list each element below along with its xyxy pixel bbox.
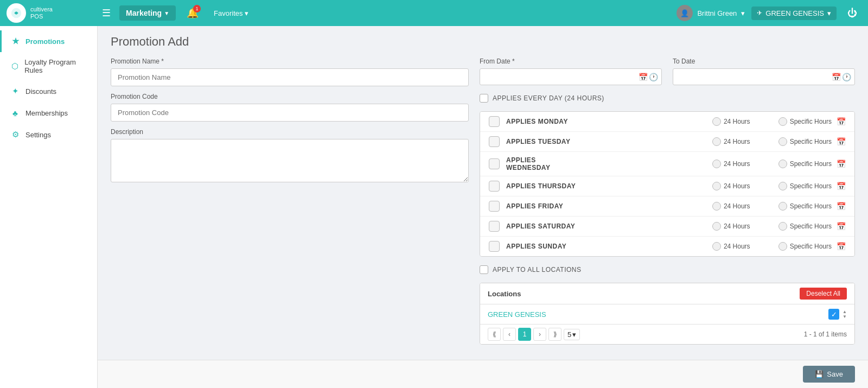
location-checkbox-green-genesis[interactable]: ✓ — [828, 309, 839, 320]
applies-every-day-checkbox[interactable] — [480, 94, 488, 103]
sunday-specific-label: Specific Hours — [790, 243, 832, 250]
wednesday-calendar-icon[interactable]: 📅 — [837, 160, 846, 168]
apply-all-locations-label: APPLY TO ALL LOCATIONS — [493, 266, 582, 273]
pagination-next[interactable]: › — [533, 328, 546, 341]
pagination-first[interactable]: ⟪ — [488, 328, 501, 341]
friday-24h-radio[interactable] — [712, 202, 721, 211]
user-menu[interactable]: 👤 Brittni Green ▾ — [676, 5, 745, 21]
tuesday-24h-radio[interactable] — [712, 137, 721, 146]
sidebar-item-memberships[interactable]: ♣ Memberships — [0, 102, 97, 124]
sunday-toggle[interactable] — [489, 241, 500, 252]
locations-title: Locations — [488, 290, 521, 298]
thursday-24h-radio[interactable] — [712, 182, 721, 190]
schedule-table: APPLIES MONDAY 24 Hours Specific Hours 📅 — [480, 111, 855, 257]
spinner-up[interactable]: ▲ — [843, 310, 847, 314]
right-panel: From Date * 📅 🕐 To Date 📅 — [480, 58, 855, 345]
wednesday-24h-radio[interactable] — [712, 160, 721, 168]
nav-right: 👤 Brittni Green ▾ ✈ GREEN GENESIS ▾ ⏻ — [676, 5, 861, 21]
to-date-icons: 📅 🕐 — [828, 73, 854, 81]
power-button[interactable]: ⏻ — [843, 5, 861, 21]
saturday-calendar-icon[interactable]: 📅 — [837, 222, 846, 231]
location-name: GREEN GENESIS — [488, 310, 546, 319]
saturday-specific-wrap: Specific Hours 📅 — [778, 222, 846, 231]
thursday-specific-radio[interactable] — [778, 182, 787, 190]
sidebar-item-settings[interactable]: ⚙ Settings — [0, 124, 97, 145]
deselect-all-button[interactable]: Deselect All — [800, 288, 847, 300]
saturday-24h-radio[interactable] — [712, 222, 721, 231]
sunday-calendar-icon[interactable]: 📅 — [837, 242, 846, 251]
from-date-input[interactable] — [480, 69, 635, 85]
promotion-name-input[interactable] — [111, 68, 469, 86]
tuesday-24h-label: 24 Hours — [724, 138, 750, 145]
saturday-specific-radio[interactable] — [778, 222, 787, 231]
friday-24h-label: 24 Hours — [724, 202, 750, 210]
monday-specific-radio[interactable] — [778, 117, 787, 126]
wednesday-toggle[interactable] — [489, 158, 500, 169]
friday-label: APPLIES FRIDAY — [506, 202, 582, 210]
from-date-group: From Date * 📅 🕐 — [480, 58, 662, 85]
monday-specific-wrap: Specific Hours 📅 — [778, 117, 846, 126]
sidebar-item-discounts[interactable]: ✦ Discounts — [0, 80, 97, 102]
description-input[interactable] — [111, 139, 469, 182]
schedule-row-monday: APPLIES MONDAY 24 Hours Specific Hours 📅 — [480, 112, 854, 132]
monday-toggle[interactable] — [489, 116, 500, 127]
sunday-24h-radio[interactable] — [712, 242, 721, 251]
left-panel: Promotion Name * Promotion Code Descript… — [111, 58, 469, 345]
monday-label: APPLIES MONDAY — [506, 118, 582, 125]
pagination-prev[interactable]: ‹ — [503, 328, 516, 341]
from-date-clock-icon[interactable]: 🕐 — [649, 73, 658, 81]
wednesday-specific-label: Specific Hours — [790, 160, 832, 168]
logo-text: cultivera POS — [30, 6, 53, 20]
to-date-input[interactable] — [673, 69, 828, 85]
save-button[interactable]: 💾 Save — [803, 366, 855, 383]
friday-calendar-icon[interactable]: 📅 — [837, 202, 846, 211]
promotions-icon: ★ — [10, 36, 20, 46]
monday-24h-label: 24 Hours — [724, 118, 750, 125]
page-size-selector[interactable]: 5 ▾ — [564, 329, 580, 340]
sunday-specific-radio[interactable] — [778, 242, 787, 251]
location-selector[interactable]: ✈ GREEN GENESIS ▾ — [751, 7, 837, 20]
spinner-down[interactable]: ▼ — [843, 315, 847, 319]
promotion-code-input[interactable] — [111, 104, 469, 122]
settings-icon: ⚙ — [10, 130, 20, 139]
sidebar-item-loyalty[interactable]: ⬡ Loyalty Program Rules — [0, 52, 97, 80]
saturday-radio-group: 24 Hours Specific Hours 📅 — [712, 222, 846, 231]
to-date-clock-icon[interactable]: 🕐 — [842, 73, 851, 81]
hamburger-menu[interactable]: ☰ — [100, 5, 113, 21]
favorites-menu[interactable]: Favorites ▾ — [209, 7, 253, 20]
thursday-calendar-icon[interactable]: 📅 — [837, 182, 846, 190]
sidebar-item-promotions[interactable]: ★ Promotions — [0, 30, 97, 52]
monday-24h-wrap: 24 Hours — [712, 117, 750, 126]
apply-all-locations-checkbox[interactable] — [480, 265, 488, 274]
thursday-toggle[interactable] — [489, 181, 500, 192]
wednesday-specific-wrap: Specific Hours 📅 — [778, 160, 846, 168]
monday-calendar-icon[interactable]: 📅 — [837, 117, 846, 126]
top-navigation: cultivera POS ☰ Marketing ▼ 🔔 1 Favorite… — [0, 0, 868, 26]
thursday-specific-label: Specific Hours — [790, 182, 832, 190]
marketing-menu[interactable]: Marketing ▼ — [119, 5, 176, 21]
description-label: Description — [111, 128, 469, 136]
wednesday-label: APPLIES WEDNESDAY — [506, 156, 582, 171]
applies-every-day-label: APPLIES EVERY DAY (24 HOURS) — [493, 94, 604, 102]
tuesday-toggle[interactable] — [489, 136, 500, 147]
tuesday-specific-wrap: Specific Hours 📅 — [778, 137, 846, 146]
monday-24h-radio[interactable] — [712, 117, 721, 126]
tuesday-calendar-icon[interactable]: 📅 — [837, 137, 846, 146]
promotion-name-label: Promotion Name * — [111, 58, 469, 65]
pagination-last[interactable]: ⟫ — [548, 328, 561, 341]
notification-bell[interactable]: 🔔 1 — [182, 5, 203, 21]
pagination-page-1[interactable]: 1 — [518, 328, 531, 341]
thursday-specific-wrap: Specific Hours 📅 — [778, 182, 846, 190]
saturday-label: APPLIES SATURDAY — [506, 222, 582, 230]
from-date-calendar-icon[interactable]: 📅 — [639, 73, 648, 81]
monday-radio-group: 24 Hours Specific Hours 📅 — [712, 117, 846, 126]
wednesday-specific-radio[interactable] — [778, 160, 787, 168]
thursday-24h-label: 24 Hours — [724, 182, 750, 190]
saturday-toggle[interactable] — [489, 221, 500, 232]
friday-specific-radio[interactable] — [778, 202, 787, 211]
friday-toggle[interactable] — [489, 201, 500, 212]
logo-area: cultivera POS — [7, 3, 93, 23]
tuesday-specific-radio[interactable] — [778, 137, 787, 146]
to-date-calendar-icon[interactable]: 📅 — [832, 73, 841, 81]
monday-specific-label: Specific Hours — [790, 118, 832, 125]
